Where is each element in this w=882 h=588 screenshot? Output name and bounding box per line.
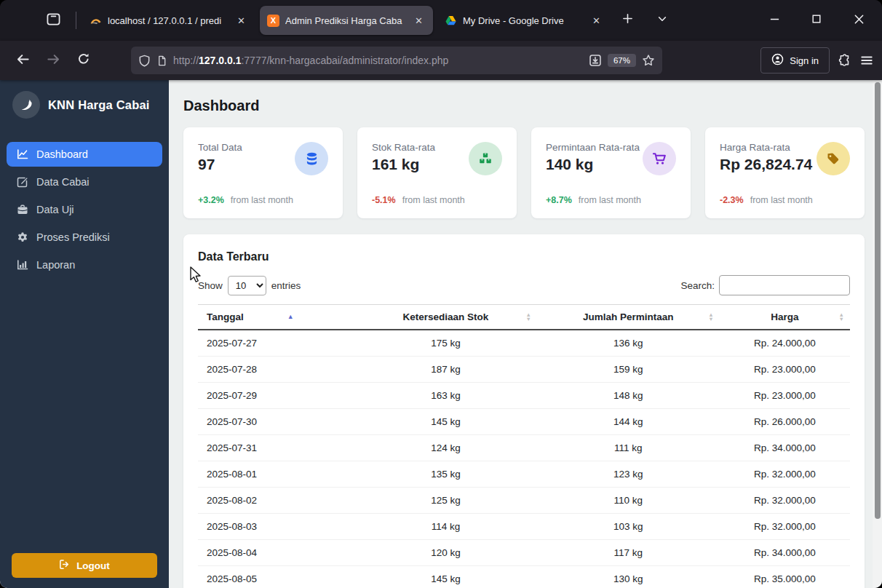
column-header-ketersediaan-stok[interactable]: Ketersediaan Stok▲▼ — [354, 305, 537, 330]
sign-in-button[interactable]: Sign in — [760, 47, 830, 74]
cell-jumlah-permintaan: 144 kg — [537, 409, 720, 435]
tab-separator — [76, 12, 76, 29]
chili-icon — [12, 91, 40, 119]
show-label: Show — [198, 280, 223, 291]
table-row[interactable]: 2025-07-30 145 kg 144 kg Rp. 26.000,00 — [198, 409, 850, 435]
stat-label: Permintaan Rata-rata — [546, 142, 640, 153]
database-icon — [295, 142, 328, 175]
tab-close-icon[interactable]: ✕ — [412, 14, 426, 28]
cell-ketersediaan-stok: 163 kg — [354, 383, 537, 409]
scrollbar-thumb[interactable] — [875, 82, 881, 519]
cell-jumlah-permintaan: 136 kg — [537, 330, 720, 357]
table-row[interactable]: 2025-07-29 163 kg 148 kg Rp. 23.000,00 — [198, 383, 850, 409]
table-row[interactable]: 2025-08-01 135 kg 123 kg Rp. 32.000,00 — [198, 461, 850, 488]
url-bar[interactable]: http://127.0.0.1:7777/knn-hargacabai/adm… — [131, 47, 662, 74]
maximize-button[interactable] — [800, 7, 833, 33]
cell-harga: Rp. 24.000,00 — [720, 330, 850, 357]
stat-note: from last month — [579, 195, 641, 205]
tab-phpmyadmin[interactable]: localhost / 127.0.0.1 / predi ✕ — [82, 6, 255, 35]
stat-card-permintaan: Permintaan Rata-rata 140 kg +8.7% from l… — [531, 127, 691, 218]
stat-card-stok: Stok Rata-rata 161 kg -5.1% from last mo… — [357, 127, 517, 218]
table-row[interactable]: 2025-08-03 114 kg 103 kg Rp. 32.000,00 — [198, 514, 850, 540]
logout-icon — [59, 559, 70, 572]
column-header-jumlah-permintaan[interactable]: Jumlah Permintaan▲▼ — [537, 305, 720, 330]
tags-icon — [817, 142, 850, 175]
star-icon[interactable] — [642, 54, 655, 67]
sort-icon: ▲▼ — [525, 313, 531, 322]
forward-button[interactable] — [39, 47, 67, 74]
sidebar-item-data-uji[interactable]: Data Uji — [7, 197, 162, 222]
shield-icon[interactable] — [138, 55, 151, 67]
main-content: Dashboard Total Data 97 +3.2% f — [169, 80, 882, 588]
logout-button[interactable]: Logout — [12, 553, 157, 578]
cell-tanggal: 2025-08-03 — [198, 514, 354, 540]
briefcase-icon — [16, 204, 28, 215]
back-button[interactable] — [9, 47, 36, 74]
table-row[interactable]: 2025-08-04 120 kg 117 kg Rp. 34.000,00 — [198, 540, 850, 566]
sort-icon: ▲▼ — [839, 313, 844, 322]
cell-jumlah-permintaan: 103 kg — [537, 514, 720, 540]
brand-name: KNN Harga Cabai — [48, 98, 150, 112]
account-icon — [771, 53, 784, 68]
page-size-select[interactable]: 10 — [228, 276, 266, 295]
table-row[interactable]: 2025-08-05 145 kg 130 kg Rp. 35.000,00 — [198, 566, 850, 588]
page-icon[interactable] — [156, 55, 167, 66]
table-row[interactable]: 2025-08-02 125 kg 110 kg Rp. 32.000,00 — [198, 488, 850, 514]
reload-button[interactable] — [70, 47, 98, 74]
page-viewport: KNN Harga Cabai Dashboard Data Cabai — [0, 80, 882, 588]
table-row[interactable]: 2025-07-27 175 kg 136 kg Rp. 24.000,00 — [198, 330, 850, 357]
cell-harga: Rp. 23.000,00 — [720, 383, 850, 409]
tab-title: Admin Prediksi Harga Caba — [285, 15, 406, 26]
zoom-level-badge[interactable]: 67% — [608, 54, 636, 67]
search-label: Search: — [680, 280, 715, 291]
firefox-view-icon — [47, 12, 60, 29]
column-header-tanggal[interactable]: Tanggal▲ — [198, 305, 354, 330]
new-tab-button[interactable] — [615, 8, 640, 33]
cell-jumlah-permintaan: 159 kg — [537, 357, 720, 383]
sidebar-item-laporan[interactable]: Laporan — [7, 253, 162, 277]
cell-tanggal: 2025-07-28 — [198, 357, 354, 383]
tab-close-icon[interactable]: ✕ — [234, 14, 248, 28]
stat-card-harga: Harga Rata-rata Rp 26,824.74 -2.3% from … — [705, 127, 865, 218]
stat-note: from last month — [402, 195, 465, 205]
minimize-icon — [769, 14, 780, 28]
list-all-tabs-button[interactable] — [650, 8, 675, 33]
extensions-icon[interactable] — [838, 54, 851, 67]
table-row[interactable]: 2025-07-31 124 kg 111 kg Rp. 34.000,00 — [198, 435, 850, 461]
plus-icon — [622, 13, 633, 28]
gear-icon — [16, 231, 28, 243]
stat-card-total-data: Total Data 97 +3.2% from last month — [183, 127, 343, 218]
sidebar-item-label: Data Uji — [36, 204, 74, 215]
sidebar-item-label: Dashboard — [36, 148, 88, 160]
page-scrollbar[interactable] — [873, 80, 882, 588]
sidebar-item-data-cabai[interactable]: Data Cabai — [7, 170, 162, 194]
cell-tanggal: 2025-07-31 — [198, 435, 354, 461]
menu-icon[interactable] — [860, 54, 873, 67]
tab-title: localhost / 127.0.0.1 / predi — [108, 15, 229, 26]
phpmyadmin-icon — [90, 15, 102, 27]
search-input[interactable] — [719, 275, 850, 295]
sidebar-item-dashboard[interactable]: Dashboard — [7, 142, 162, 167]
stat-label: Harga Rata-rata — [720, 142, 812, 153]
navigation-toolbar: http://127.0.0.1:7777/knn-hargacabai/adm… — [0, 41, 882, 80]
column-header-harga[interactable]: Harga▲▼ — [720, 305, 850, 330]
cell-tanggal: 2025-08-05 — [198, 566, 354, 588]
cell-harga: Rp. 35.000,00 — [720, 566, 850, 588]
firefox-view-button[interactable] — [36, 7, 70, 33]
google-drive-icon — [445, 15, 457, 27]
window-controls — [758, 7, 875, 33]
sidebar-item-label: Data Cabai — [36, 176, 90, 188]
tab-close-icon[interactable]: ✕ — [589, 14, 603, 28]
table-row[interactable]: 2025-07-28 187 kg 159 kg Rp. 23.000,00 — [198, 357, 850, 383]
download-icon[interactable] — [589, 54, 602, 67]
cell-harga: Rp. 32.000,00 — [720, 488, 850, 514]
minimize-button[interactable] — [758, 7, 790, 33]
cell-tanggal: 2025-08-02 — [198, 488, 354, 514]
cell-jumlah-permintaan: 110 kg — [537, 488, 720, 514]
toolbar-right: Sign in — [760, 47, 873, 74]
sidebar-item-proses-prediksi[interactable]: Proses Prediksi — [7, 225, 162, 250]
tab-google-drive[interactable]: My Drive - Google Drive ✕ — [437, 6, 611, 35]
tab-admin-prediksi[interactable]: X Admin Prediksi Harga Caba ✕ — [260, 6, 433, 35]
cell-ketersediaan-stok: 187 kg — [354, 357, 537, 383]
close-window-button[interactable] — [843, 7, 875, 33]
